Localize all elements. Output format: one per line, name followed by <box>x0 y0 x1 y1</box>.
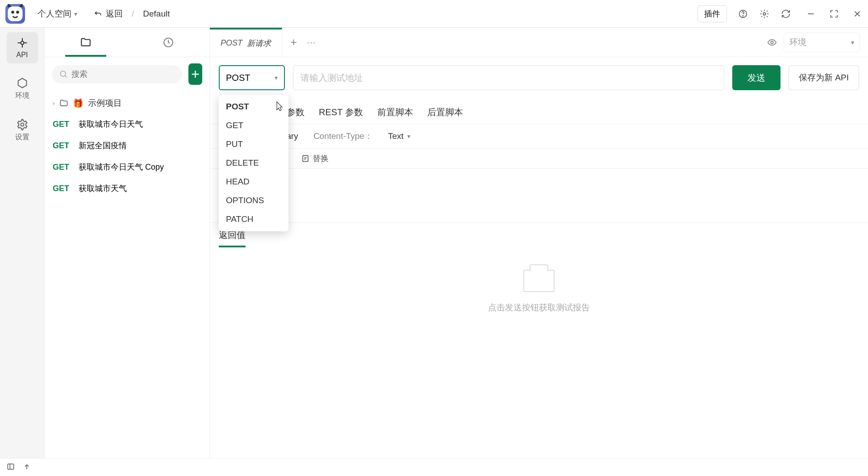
tree-item[interactable]: GET 获取城市天气 <box>45 178 209 199</box>
panel-left-icon[interactable] <box>6 462 15 473</box>
new-tab-button[interactable]: + <box>290 35 297 49</box>
tree-item-label: 新冠全国疫情 <box>79 140 127 151</box>
rail-api-label: API <box>17 51 28 59</box>
svg-point-3 <box>11 11 14 14</box>
close-icon[interactable] <box>852 8 863 19</box>
env-label: 环境 <box>789 37 806 48</box>
eye-icon[interactable] <box>767 37 777 48</box>
tree-item-label: 获取城市今日天气 Copy <box>79 162 164 172</box>
req-tab-rest[interactable]: REST 参数 <box>319 101 363 124</box>
request-tab[interactable]: POST 新请求 <box>210 28 282 57</box>
chevron-down-icon: ▾ <box>275 74 278 81</box>
svg-point-11 <box>21 42 24 45</box>
response-empty-hint: 点击发送按钮获取测试报告 <box>488 302 590 313</box>
tree-item[interactable]: GET 新冠全国疫情 <box>45 135 209 156</box>
rail-settings-label: 设置 <box>15 133 29 142</box>
refresh-icon[interactable] <box>780 8 791 19</box>
req-tab-prescript[interactable]: 前置脚本 <box>377 101 413 124</box>
send-button[interactable]: 发送 <box>732 65 780 90</box>
tree-item[interactable]: GET 获取城市今日天气 <box>45 113 209 135</box>
tab-method: POST <box>221 38 242 48</box>
content-type-label: Content-Type： <box>313 130 373 142</box>
tabbar: POST 新请求 + ⋯ 环境 ▾ <box>210 28 868 57</box>
breadcrumb-current: Default <box>143 9 170 19</box>
tree: › 🎁 示例项目 GET 获取城市今日天气 GET 新冠全国疫情 GET 获取城… <box>45 91 209 458</box>
svg-point-4 <box>16 11 19 14</box>
maximize-icon[interactable] <box>829 8 839 19</box>
method-badge: GET <box>53 163 74 172</box>
method-option-put[interactable]: PUT <box>219 135 288 154</box>
empty-inbox-icon <box>523 270 555 292</box>
svg-point-14 <box>60 71 66 76</box>
svg-line-15 <box>65 76 67 78</box>
tree-item-label: 获取城市天气 <box>79 183 127 194</box>
req-tab-postscript[interactable]: 后置脚本 <box>427 101 463 124</box>
folder-label: 示例项目 <box>88 97 122 109</box>
plugin-button[interactable]: 插件 <box>697 5 727 22</box>
request-body-editor[interactable] <box>210 169 868 222</box>
sidebar: + › 🎁 示例项目 GET 获取城市今日天气 GET 新冠全国疫情 GET 获… <box>45 28 210 458</box>
tree-item-label: 获取城市今日天气 <box>79 119 143 129</box>
response-section: 返回值 点击发送按钮获取测试报告 <box>210 222 868 367</box>
chevron-down-icon: ▾ <box>851 39 854 46</box>
add-button[interactable]: + <box>188 63 202 85</box>
method-option-options[interactable]: OPTIONS <box>219 191 288 210</box>
minimize-icon[interactable] <box>805 8 816 19</box>
folder-icon <box>59 99 68 108</box>
chevron-down-icon: ▾ <box>74 10 77 17</box>
tab-menu-button[interactable]: ⋯ <box>307 37 316 48</box>
content-type-select[interactable]: Text ▾ <box>388 131 410 141</box>
method-value: POST <box>226 73 250 83</box>
method-select[interactable]: POST ▾ <box>219 65 285 90</box>
rail-api[interactable]: API <box>7 32 38 63</box>
url-row: POST ▾ 发送 保存为新 API <box>210 57 868 98</box>
breadcrumb-separator: / <box>132 9 134 19</box>
method-badge: GET <box>53 120 74 129</box>
search-input-wrap[interactable] <box>52 65 182 84</box>
gift-icon: 🎁 <box>73 98 83 109</box>
environment-select[interactable]: 环境 ▾ <box>784 33 860 52</box>
chevron-right-icon: › <box>53 100 55 107</box>
method-option-delete[interactable]: DELETE <box>219 154 288 172</box>
method-option-patch[interactable]: PATCH <box>219 210 288 229</box>
help-icon[interactable] <box>738 8 748 19</box>
svg-rect-22 <box>8 464 13 469</box>
statusbar <box>0 458 868 476</box>
tab-name: 新请求 <box>247 38 271 49</box>
left-rail: API 环境 设置 <box>0 28 45 458</box>
back-button[interactable]: 返回 <box>93 8 123 20</box>
method-option-head[interactable]: HEAD <box>219 172 288 191</box>
tabbar-actions: + ⋯ <box>282 28 324 57</box>
sidebar-tab-folder[interactable] <box>45 28 127 57</box>
svg-rect-2 <box>8 6 23 21</box>
search-icon <box>59 70 68 79</box>
method-option-post[interactable]: POST <box>219 97 288 116</box>
workspace-label: 个人空间 <box>38 8 71 20</box>
svg-point-12 <box>21 123 24 126</box>
method-badge: GET <box>53 184 74 193</box>
tree-item[interactable]: GET 获取城市今日天气 Copy <box>45 156 209 178</box>
method-dropdown: POST GET PUT DELETE HEAD OPTIONS PATCH <box>219 95 288 231</box>
upload-icon[interactable] <box>22 462 31 473</box>
svg-point-6 <box>743 15 743 16</box>
save-as-new-button[interactable]: 保存为新 API <box>789 65 859 90</box>
rail-settings[interactable]: 设置 <box>7 114 38 146</box>
rail-env[interactable]: 环境 <box>7 72 38 105</box>
settings-icon[interactable] <box>759 8 770 19</box>
sidebar-tab-history[interactable] <box>127 28 210 57</box>
content-type-value: Text <box>388 131 404 141</box>
workspace-selector[interactable]: 个人空间 ▾ <box>38 8 77 20</box>
search-input[interactable] <box>71 70 175 79</box>
method-option-get[interactable]: GET <box>219 116 288 135</box>
response-body: 点击发送按钮获取测试报告 <box>210 247 868 367</box>
rail-env-label: 环境 <box>15 91 29 100</box>
svg-rect-21 <box>303 155 308 161</box>
svg-point-16 <box>771 41 773 44</box>
request-sub-tabs: 请求体 Query 参数 REST 参数 前置脚本 后置脚本 <box>210 101 868 124</box>
tree-folder[interactable]: › 🎁 示例项目 <box>45 93 209 113</box>
editor-toolbar: 复制 搜索 替换 <box>210 149 868 169</box>
tool-replace[interactable]: 替换 <box>301 153 329 164</box>
url-input[interactable] <box>293 65 724 90</box>
app-logo <box>5 4 25 24</box>
method-badge: GET <box>53 141 74 150</box>
